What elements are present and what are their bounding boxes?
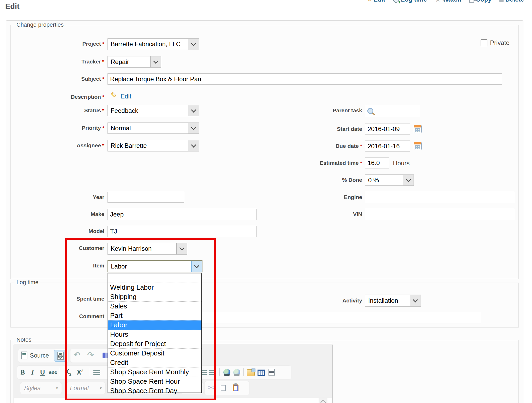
item-option[interactable]: Credit (108, 358, 201, 367)
trash-icon (499, 0, 504, 2)
private-checkbox[interactable] (481, 39, 487, 46)
item-select[interactable]: Labor (107, 260, 202, 272)
status-select[interactable]: Feedback (107, 105, 199, 116)
item-option-selected[interactable]: Labor (108, 320, 201, 330)
issue-edit-screen: ✎ Edit Log time ★ Watch Copy Delete Edit… (0, 0, 532, 403)
undo-icon: ↶ (74, 351, 80, 359)
source-button-label: Source (30, 352, 49, 359)
paste-clipboard-icon (233, 384, 238, 391)
percent-done-select[interactable]: 0 % (365, 174, 414, 186)
link-button[interactable] (222, 367, 232, 377)
source-button[interactable]: Source (21, 350, 49, 361)
item-option[interactable]: Part (108, 311, 201, 320)
project-select[interactable]: Barrette Fabrication, LLC (107, 38, 199, 50)
item-dropdown-list: Welding Labor Shipping Sales Part Labor … (107, 273, 202, 393)
subscript-button[interactable]: X2 (63, 367, 73, 377)
notes-legend: Notes (14, 336, 33, 343)
tracker-label: Tracker* (16, 59, 104, 65)
item-option[interactable]: Shop Space Rent Monthly (108, 367, 201, 377)
make-input[interactable] (107, 209, 257, 220)
delete-link-label: Delete (505, 0, 524, 3)
item-option[interactable]: Customer Deposit (108, 349, 201, 358)
log-time-link-label: Log time (401, 0, 427, 3)
styles-combo[interactable]: Styles ▾ (20, 382, 62, 394)
engine-label: Engine (261, 194, 362, 200)
image-button[interactable] (246, 367, 256, 378)
status-select-value: Feedback (108, 105, 188, 116)
item-option[interactable]: Welding Labor (108, 283, 201, 292)
item-option[interactable]: Deposit for Project (108, 339, 201, 349)
chevron-down-icon (188, 140, 199, 151)
pencil-icon: ✎ (366, 0, 372, 3)
underline-button[interactable]: U (37, 367, 48, 377)
log-time-link[interactable]: Log time (393, 0, 427, 3)
item-option[interactable]: Shop Space Rent Hour (108, 377, 201, 386)
item-option[interactable]: Hours (108, 330, 201, 339)
description-edit-link[interactable]: Edit (121, 93, 131, 100)
editor-scrollbar[interactable] (319, 398, 327, 403)
item-option[interactable]: Shop Space Rent Day (108, 386, 201, 395)
table-icon (258, 370, 265, 376)
italic-button[interactable]: I (27, 367, 38, 377)
start-date-input[interactable] (365, 124, 410, 135)
assignee-select[interactable]: Rick Barrette (107, 140, 199, 151)
estimated-time-input[interactable] (365, 157, 389, 168)
change-properties-legend: Change properties (14, 21, 66, 28)
chevron-down-icon (410, 295, 421, 306)
notes-editor-content[interactable] (14, 398, 332, 403)
copy-link-label: Copy (476, 0, 492, 3)
preview-doc-icon (57, 352, 64, 360)
horizontal-rule-button[interactable] (266, 367, 277, 377)
watch-link[interactable]: ★ Watch (435, 0, 461, 3)
subscript-icon: X2 (65, 369, 71, 376)
delete-link[interactable]: Delete (499, 0, 524, 3)
paste-button[interactable] (230, 383, 241, 393)
item-option[interactable]: Sales (108, 302, 201, 311)
item-option-empty[interactable] (108, 273, 201, 283)
year-input[interactable] (107, 192, 184, 203)
item-option[interactable]: Shipping (108, 292, 201, 302)
format-combo[interactable]: Format ▾ (66, 382, 106, 394)
bold-button[interactable]: B (17, 367, 28, 377)
toolbar-divider (219, 368, 220, 376)
chevron-down-icon (191, 261, 202, 272)
numbered-list-button[interactable] (92, 368, 102, 378)
chevron-down-icon: ▾ (56, 386, 58, 390)
underline-icon: U (40, 369, 45, 376)
cut-button[interactable]: ✂ (206, 383, 216, 393)
strikethrough-icon: abc (49, 370, 57, 375)
pencil-icon: ✎ (111, 91, 117, 99)
scissors-icon: ✂ (208, 384, 214, 392)
copy-link[interactable]: Copy (469, 0, 492, 3)
redo-button[interactable]: ↷ (85, 350, 96, 360)
numbered-list-icon (93, 370, 100, 376)
unlink-button[interactable] (231, 367, 242, 377)
horizontal-rule-icon (268, 369, 275, 376)
undo-button[interactable]: ↶ (72, 350, 82, 360)
calendar-icon[interactable] (414, 142, 422, 150)
customer-label: Customer (16, 245, 104, 251)
strikethrough-button[interactable]: abc (48, 367, 58, 377)
model-input[interactable] (107, 226, 257, 237)
spent-time-label: Spent time (16, 296, 104, 302)
toolbar-divider (60, 368, 60, 376)
copy-button[interactable] (218, 383, 228, 393)
vin-input[interactable] (365, 209, 514, 220)
italic-icon: I (31, 369, 34, 376)
customer-select[interactable]: Kevin Harrison (107, 243, 187, 255)
tracker-select[interactable]: Repair (107, 56, 161, 68)
preview-button[interactable] (54, 350, 67, 362)
engine-input[interactable] (365, 192, 514, 203)
percent-done-value: 0 % (365, 175, 403, 185)
due-date-input[interactable] (365, 141, 410, 152)
superscript-button[interactable]: X2 (75, 367, 85, 377)
edit-link[interactable]: ✎ Edit (366, 0, 385, 3)
priority-select[interactable]: Normal (107, 122, 199, 134)
activity-select[interactable]: Installation (365, 295, 421, 307)
calendar-icon[interactable] (414, 125, 422, 133)
table-button[interactable] (256, 367, 266, 378)
format-combo-label: Format (70, 385, 89, 392)
subject-input[interactable] (107, 73, 502, 85)
edit-link-label: Edit (373, 0, 385, 3)
justify-button[interactable] (207, 368, 218, 378)
